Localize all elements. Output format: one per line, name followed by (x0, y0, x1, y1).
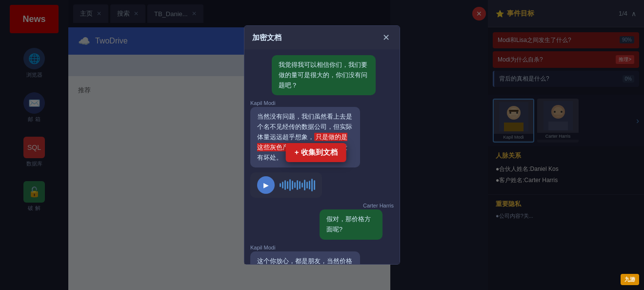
bar15 (314, 180, 315, 190)
bar3 (284, 180, 286, 190)
audio-message: ▶ (250, 172, 322, 198)
msg-3-wrapper: Carter Harris 假对，那价格方面呢? (320, 203, 394, 240)
msg-2-sender: Kapil Modi (250, 100, 380, 106)
encrypted-doc-modal: 加密文档 ✕ 我觉得我可以相信你们，我们要做的量可是很大的，你们没有问题吧？ K… (244, 25, 400, 265)
bar14 (311, 179, 313, 191)
msg-1: 我觉得我可以相信你们，我们要做的量可是很大的，你们没有问题吧？ (272, 55, 375, 95)
bar8 (297, 180, 298, 190)
modal-title: 加密文档 (252, 33, 282, 42)
bar4 (287, 181, 288, 189)
bar10 (302, 183, 303, 187)
msg-4: 这个你放心，都是朋友，当然价格是最公道的。只是到时候我们需要签"两份合同"，这个… (250, 251, 360, 264)
bar11 (304, 180, 305, 190)
modal-header: 加密文档 ✕ (244, 26, 400, 49)
msg-4-wrapper: Kapil Modi 这个你放心，都是朋友，当然价格是最公道的。只是到时候我们需… (250, 245, 380, 264)
bar7 (294, 182, 296, 188)
play-button[interactable]: ▶ (257, 176, 275, 194)
bar1 (280, 183, 281, 187)
bar2 (282, 182, 283, 188)
msg-3: 假对，那价格方面呢? (320, 209, 382, 240)
bar9 (299, 181, 301, 189)
msg-3-sender: Carter Harris (320, 203, 394, 208)
msg-4-sender: Kapil Modi (250, 245, 380, 250)
bar12 (306, 182, 308, 188)
msg-1-wrapper: 我觉得我可以相信你们，我们要做的量可是很大的，你们没有问题吧？ (272, 55, 394, 95)
watermark-text: 九游 (624, 276, 635, 282)
bar5 (289, 179, 291, 191)
collect-to-doc-btn[interactable]: + 收集到文档 (286, 143, 346, 162)
bar13 (309, 181, 310, 189)
modal-close-btn[interactable]: ✕ (380, 32, 392, 43)
waveform (280, 178, 315, 192)
jiuyou-watermark: 九游 (621, 274, 639, 285)
bar6 (292, 181, 293, 189)
